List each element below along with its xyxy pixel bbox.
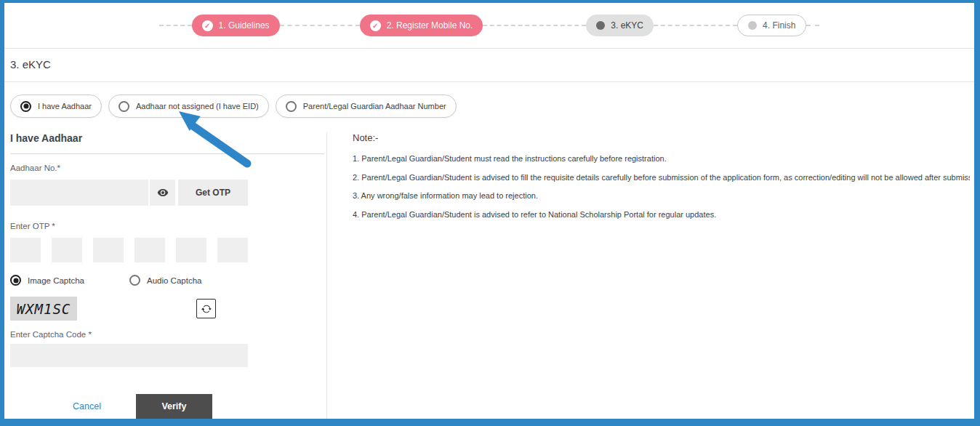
option-i-have-aadhaar[interactable]: I have Aadhaar (10, 95, 102, 118)
captcha-code-input[interactable] (10, 344, 248, 367)
option-label: Audio Captcha (147, 276, 201, 285)
stepper-step-ekyc[interactable]: 3. eKYC (586, 15, 654, 36)
column-divider (326, 132, 327, 419)
stepper-step-guidelines[interactable]: ✓ 1. Guidelines (192, 15, 280, 36)
radio-icon (286, 101, 297, 112)
page-title: 3. eKYC (10, 58, 51, 71)
stepper-connector (159, 25, 192, 26)
refresh-icon (201, 304, 212, 314)
stepper-connector (654, 25, 737, 26)
stepper-step-label: 1. Guidelines (219, 20, 270, 31)
get-otp-button[interactable]: Get OTP (178, 180, 248, 206)
page-frame: ✓ 1. Guidelines ✓ 2. Register Mobile No.… (0, 0, 980, 426)
step-dot-icon (596, 21, 605, 30)
option-aadhaar-not-assigned[interactable]: Aadhaar not assigned (I have EID) (108, 95, 269, 118)
aadhaar-number-label: Aadhaar No.* (10, 164, 324, 172)
option-label: I have Aadhaar (38, 102, 92, 110)
form-heading: I have Aadhaar (10, 132, 324, 154)
aadhaar-option-group: I have Aadhaar Aadhaar not assigned (I h… (10, 95, 457, 118)
otp-digit-input[interactable] (176, 238, 206, 262)
note-title: Note:- (353, 132, 970, 143)
cancel-link[interactable]: Cancel (73, 401, 101, 411)
stepper-connector (280, 25, 360, 26)
option-label: Parent/Legal Guardian Aadhaar Number (303, 102, 446, 110)
stepper-step-register-mobile[interactable]: ✓ 2. Register Mobile No. (360, 15, 483, 36)
show-aadhaar-toggle[interactable] (150, 180, 175, 206)
divider (4, 81, 974, 82)
otp-label: Enter OTP * (10, 222, 324, 230)
image-captcha-option[interactable]: Image Captcha (10, 275, 84, 286)
captcha-type-group: Image Captcha Audio Captcha (10, 275, 324, 286)
otp-digit-input[interactable] (93, 238, 124, 262)
content-area: ✓ 1. Guidelines ✓ 2. Register Mobile No.… (4, 3, 974, 419)
radio-icon (119, 101, 129, 112)
otp-digit-input[interactable] (217, 238, 248, 262)
step-dot-icon (748, 21, 757, 30)
stepper-step-label: 4. Finish (763, 20, 795, 31)
stepper-step-label: 3. eKYC (611, 20, 643, 31)
ekyc-form: I have Aadhaar Aadhaar No.* Get OTP Ente… (10, 132, 324, 419)
verify-button[interactable]: Verify (136, 394, 212, 419)
check-circle-icon: ✓ (202, 20, 213, 31)
captcha-code-label: Enter Captcha Code * (10, 330, 324, 339)
aadhaar-number-input[interactable] (10, 180, 148, 206)
radio-selected-icon (20, 101, 31, 112)
otp-digit-input[interactable] (134, 238, 165, 262)
eye-icon (157, 187, 169, 198)
note-item: 3. Any wrong/false information may lead … (353, 191, 970, 200)
option-label: Aadhaar not assigned (I have EID) (136, 102, 259, 110)
stepper-step-finish[interactable]: 4. Finish (737, 15, 806, 36)
check-circle-icon: ✓ (370, 20, 381, 31)
stepper-connector (806, 25, 819, 26)
radio-icon (129, 275, 140, 286)
divider (4, 48, 974, 49)
stepper-connector (483, 25, 586, 26)
note-item: 1. Parent/Legal Guardian/Student must re… (353, 154, 970, 163)
note-item: 2. Parent/Legal Guardian/Student is advi… (353, 173, 970, 182)
audio-captcha-option[interactable]: Audio Captcha (129, 275, 201, 286)
option-guardian-aadhaar[interactable]: Parent/Legal Guardian Aadhaar Number (276, 95, 457, 118)
otp-digit-input[interactable] (52, 238, 82, 262)
note-item: 4. Parent/Legal Guardian/Student is advi… (353, 210, 970, 219)
registration-stepper: ✓ 1. Guidelines ✓ 2. Register Mobile No.… (4, 3, 974, 48)
refresh-captcha-button[interactable] (196, 299, 216, 318)
captcha-image: WXM1SC (10, 297, 77, 321)
otp-input-group (10, 238, 324, 262)
stepper-step-label: 2. Register Mobile No. (387, 20, 473, 31)
otp-digit-input[interactable] (10, 238, 41, 262)
option-label: Image Captcha (28, 276, 84, 285)
radio-selected-icon (10, 275, 21, 286)
note-panel: Note:- 1. Parent/Legal Guardian/Student … (353, 132, 970, 228)
